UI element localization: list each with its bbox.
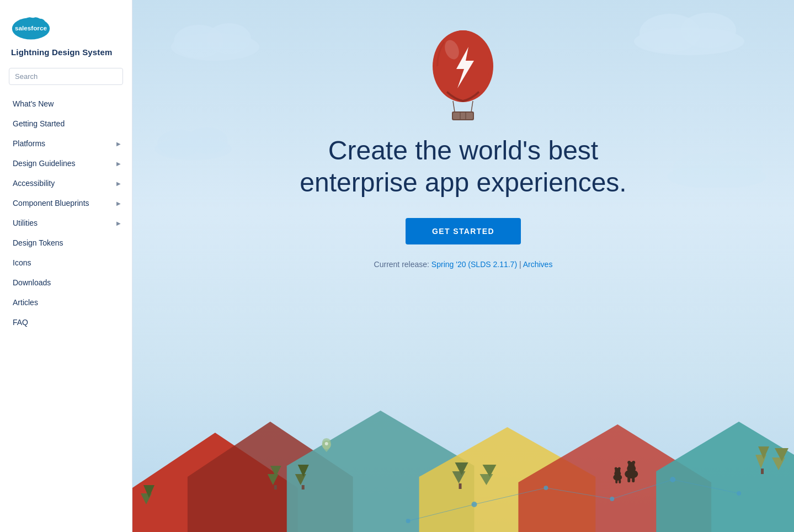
chevron-right-icon: ▶ xyxy=(116,180,121,187)
svg-point-72 xyxy=(325,442,328,445)
sidebar-item-accessibility[interactable]: Accessibility▶ xyxy=(0,173,132,193)
get-started-button[interactable]: GET STARTED xyxy=(406,218,521,244)
hero-section: Create the world's best enterprise app e… xyxy=(300,22,626,269)
svg-rect-59 xyxy=(619,480,621,483)
site-title: Lightning Design System xyxy=(11,47,112,57)
svg-point-13 xyxy=(710,151,763,182)
sidebar-item-label: Design Guidelines xyxy=(13,159,76,168)
release-version-link[interactable]: Spring '20 (SLDS 2.11.7) xyxy=(431,260,517,269)
svg-point-69 xyxy=(737,491,741,496)
sidebar-item-label: Articles xyxy=(13,298,38,307)
svg-rect-52 xyxy=(632,477,635,482)
svg-rect-51 xyxy=(627,477,630,482)
svg-point-50 xyxy=(632,461,635,464)
sidebar-item-label: Icons xyxy=(13,258,31,267)
bottom-illustration xyxy=(132,389,794,532)
svg-point-67 xyxy=(610,497,614,501)
sidebar-item-utilities[interactable]: Utilities▶ xyxy=(0,213,132,233)
cloud-3 xyxy=(149,121,237,162)
sidebar-item-getting-started[interactable]: Getting Started xyxy=(0,114,132,134)
svg-marker-27 xyxy=(656,422,794,532)
svg-point-49 xyxy=(627,461,631,464)
sidebar-item-faq[interactable]: FAQ xyxy=(0,312,132,332)
svg-point-10 xyxy=(186,127,228,154)
svg-rect-30 xyxy=(274,485,277,490)
cloud-4 xyxy=(662,143,772,190)
chevron-right-icon: ▶ xyxy=(116,141,121,147)
sidebar-item-label: Platforms xyxy=(13,139,45,148)
sidebar-item-label: Downloads xyxy=(13,278,51,287)
search-input[interactable] xyxy=(9,68,123,85)
sidebar-item-label: Getting Started xyxy=(13,119,65,128)
sidebar-item-whats-new[interactable]: What's New xyxy=(0,94,132,114)
cloud-2 xyxy=(628,6,750,57)
sidebar-item-component-blueprints[interactable]: Component Blueprints▶ xyxy=(0,193,132,213)
svg-point-7 xyxy=(681,13,736,48)
sidebar-item-label: Accessibility xyxy=(13,179,55,188)
svg-text:salesforce: salesforce xyxy=(15,24,47,31)
salesforce-logo: salesforce xyxy=(11,13,51,42)
sidebar-item-label: Design Tokens xyxy=(13,238,63,247)
archives-link[interactable]: Archives xyxy=(523,260,553,269)
chevron-right-icon: ▶ xyxy=(116,161,121,167)
svg-line-16 xyxy=(453,101,455,112)
sidebar-item-label: What's New xyxy=(13,99,54,108)
sidebar-item-label: Utilities xyxy=(13,219,38,227)
svg-point-4 xyxy=(207,23,251,54)
sidebar: salesforce Lightning Design System What'… xyxy=(0,0,132,532)
svg-point-70 xyxy=(406,519,411,523)
sidebar-item-articles[interactable]: Articles xyxy=(0,292,132,312)
svg-rect-33 xyxy=(302,485,305,490)
hero-title: Create the world's best enterprise app e… xyxy=(300,135,626,198)
chevron-right-icon: ▶ xyxy=(116,200,121,206)
svg-rect-38 xyxy=(459,483,462,489)
svg-rect-19 xyxy=(453,113,473,119)
svg-point-56 xyxy=(615,467,617,470)
sidebar-item-design-guidelines[interactable]: Design Guidelines▶ xyxy=(0,153,132,173)
sidebar-item-platforms[interactable]: Platforms▶ xyxy=(0,134,132,153)
chevron-right-icon: ▶ xyxy=(116,220,121,226)
svg-point-68 xyxy=(670,477,675,482)
sidebar-item-label: Component Blueprints xyxy=(13,199,89,208)
main-content: Create the world's best enterprise app e… xyxy=(132,0,794,532)
sidebar-item-icons[interactable]: Icons xyxy=(0,253,132,273)
logo-area: salesforce Lightning Design System xyxy=(0,0,132,63)
release-prefix: Current release: xyxy=(374,260,431,269)
sidebar-item-design-tokens[interactable]: Design Tokens xyxy=(0,233,132,253)
svg-rect-43 xyxy=(761,469,764,474)
sidebar-item-label: FAQ xyxy=(13,318,28,327)
svg-rect-58 xyxy=(615,480,617,483)
release-separator: | xyxy=(517,260,523,269)
sidebar-item-downloads[interactable]: Downloads xyxy=(0,273,132,292)
svg-point-57 xyxy=(618,467,621,470)
balloon-illustration xyxy=(424,22,502,121)
sidebar-nav: What's NewGetting StartedPlatforms▶Desig… xyxy=(0,94,132,532)
svg-point-65 xyxy=(471,502,477,507)
svg-line-17 xyxy=(471,101,473,112)
release-info: Current release: Spring '20 (SLDS 2.11.7… xyxy=(374,260,553,269)
cloud-1 xyxy=(166,17,265,63)
search-box-wrap xyxy=(0,63,132,94)
svg-point-66 xyxy=(543,486,548,490)
